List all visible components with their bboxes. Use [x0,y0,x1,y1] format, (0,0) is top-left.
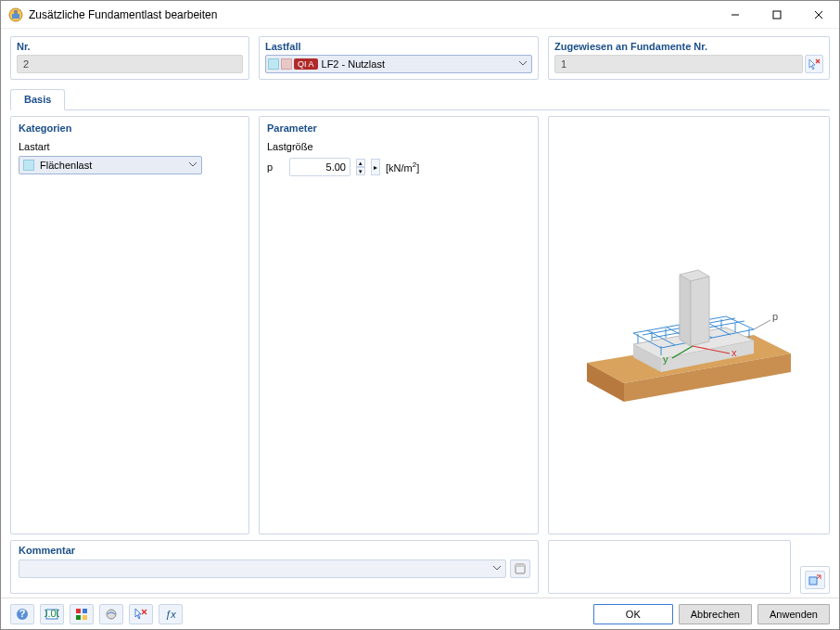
tabstrip: Basis [10,89,830,110]
tab-basis[interactable]: Basis [10,89,65,110]
spinner-up-icon[interactable]: ▴ [356,159,365,167]
chevron-down-icon [492,563,502,572]
p-value-input[interactable] [289,158,350,176]
svg-rect-2 [14,10,18,14]
function-button[interactable]: ƒx [159,604,183,624]
svg-text:0.00: 0.00 [45,608,59,619]
color-scheme-button[interactable] [70,604,94,624]
comment-library-button[interactable] [510,559,530,578]
svg-rect-48 [76,609,81,613]
categories-panel: Kategorien Lastart Flächenlast [10,116,249,534]
lastart-combo[interactable]: Flächenlast [19,156,202,174]
svg-rect-43 [809,577,817,585]
p-unit: [kN/m2] [386,161,419,174]
parameters-title: Parameter [267,122,530,134]
preview-toolbar [800,566,830,594]
loadcase-field-block: Lastfall QI A LF2 - Nutzlast [259,36,539,80]
app-icon [8,7,23,22]
chevron-down-icon [188,160,197,169]
units-button[interactable]: 0.00 [40,604,64,624]
dialog-footer: ? 0.00 ƒx OK Abbrechen Anwenden [1,598,839,629]
number-label: Nr. [17,41,243,52]
comment-title: Kommentar [19,545,530,556]
loadcase-value: LF2 - Nutzlast [322,58,385,70]
svg-rect-49 [83,609,87,613]
svg-text:x: x [732,347,737,358]
assigned-label: Zugewiesen an Fundamente Nr. [554,41,823,52]
number-input: 2 [17,55,243,73]
assigned-input: 1 [554,55,803,73]
blank-panel [548,540,791,594]
loadcase-swatch-2 [281,58,292,70]
ok-button[interactable]: OK [593,604,673,624]
lastart-value: Flächenlast [40,160,92,171]
svg-rect-42 [515,564,525,567]
lastart-swatch [23,160,34,171]
loadcase-label: Lastfall [265,41,532,52]
svg-text:p: p [772,311,778,322]
titlebar: Zusätzliche Fundamentlast bearbeiten [1,1,839,29]
svg-line-39 [754,320,770,329]
clear-selection-button[interactable] [129,604,153,624]
svg-text:ƒx: ƒx [165,609,176,620]
close-button[interactable] [797,1,839,28]
lastart-label: Lastart [19,141,241,152]
cancel-button[interactable]: Abbrechen [679,604,752,624]
loadcase-combo[interactable]: QI A LF2 - Nutzlast [265,55,532,73]
svg-rect-50 [76,615,81,620]
foundation-preview-image: x y p [568,224,809,428]
svg-marker-33 [680,275,691,346]
preview-settings-button[interactable] [805,571,825,589]
categories-title: Kategorien [19,122,241,134]
maximize-button[interactable] [756,1,797,28]
assigned-field-block: Zugewiesen an Fundamente Nr. 1 [548,36,830,80]
render-button[interactable] [99,604,123,624]
dialog-window: Zusätzliche Fundamentlast bearbeiten Nr.… [0,0,840,630]
svg-text:y: y [663,354,668,365]
p-spinner[interactable]: ▴ ▾ [356,159,365,175]
chevron-down-icon [518,58,528,68]
help-button[interactable]: ? [10,604,34,624]
svg-rect-4 [773,11,781,19]
svg-text:?: ? [19,608,26,619]
lastgroesse-label: Lastgröße [267,141,530,152]
number-field-block: Nr. 2 [10,36,249,80]
p-step-button[interactable]: ▸ [371,159,380,175]
comment-panel: Kommentar [10,540,539,594]
svg-rect-1 [12,14,19,19]
svg-rect-51 [83,615,87,620]
parameters-panel: Parameter Lastgröße p ▴ ▾ ▸ [kN/m2] [259,116,539,534]
loadcase-tag: QI A [294,58,318,70]
pick-in-view-button[interactable] [805,55,823,73]
window-title: Zusätzliche Fundamentlast bearbeiten [29,8,714,21]
comment-combo[interactable] [19,559,506,578]
p-symbol: p [267,161,284,173]
svg-marker-34 [691,276,709,346]
minimize-button[interactable] [714,1,756,28]
loadcase-swatch-1 [268,58,279,70]
preview-panel: x y p [548,116,830,534]
spinner-down-icon[interactable]: ▾ [356,167,365,175]
apply-button[interactable]: Anwenden [757,604,830,624]
